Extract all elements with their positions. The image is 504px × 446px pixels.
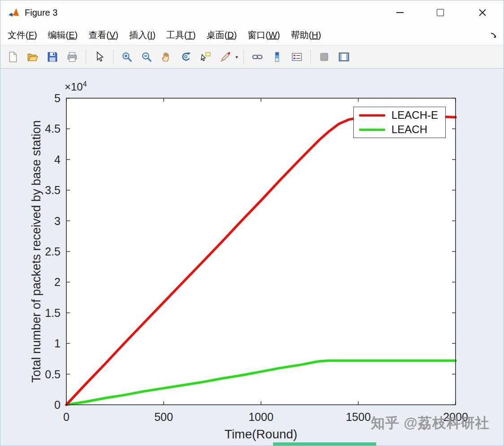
toolbar-separator bbox=[310, 49, 311, 65]
svg-text:2: 2 bbox=[54, 276, 61, 288]
show-plot-tools-icon bbox=[338, 51, 350, 63]
svg-text:3.5: 3.5 bbox=[45, 184, 61, 196]
zoom-out-icon bbox=[141, 51, 152, 63]
legend-label: LEACH bbox=[391, 123, 427, 136]
edit-plot-button[interactable] bbox=[315, 48, 333, 66]
menu-accel-key: V bbox=[109, 30, 115, 40]
zoom-in-button[interactable] bbox=[118, 48, 136, 66]
svg-text:1: 1 bbox=[54, 337, 61, 350]
brush-dropdown-button[interactable]: ▾ bbox=[234, 48, 240, 66]
figure-window: Figure 3 文件(F) 编辑(E) 查看(V) 插入(I) 工具(T) 桌… bbox=[0, 0, 504, 446]
close-icon bbox=[478, 9, 487, 17]
legend-line-sample bbox=[359, 129, 385, 131]
menu-label-post: ) bbox=[115, 30, 118, 40]
pointer-button[interactable] bbox=[91, 48, 109, 66]
toolbar: ▾ bbox=[0, 45, 504, 69]
rotate-3d-button[interactable] bbox=[177, 48, 195, 66]
svg-text:1000: 1000 bbox=[248, 411, 274, 423]
legend-entry: LEACH-E bbox=[354, 108, 445, 122]
save-figure-button[interactable] bbox=[43, 48, 61, 66]
pan-hand-icon bbox=[161, 51, 172, 63]
edit-plot-icon bbox=[318, 51, 330, 63]
menu-accel-key: F bbox=[29, 30, 34, 40]
svg-text:4: 4 bbox=[54, 153, 61, 166]
exponent-base: ×10 bbox=[65, 81, 83, 93]
menu-accel-key: H bbox=[312, 30, 318, 40]
toolbar-separator bbox=[243, 49, 244, 65]
pointer-icon bbox=[94, 51, 105, 63]
data-cursor-icon bbox=[200, 51, 212, 63]
legend-label: LEACH-E bbox=[391, 109, 438, 121]
x-axis-label: Time(Round) bbox=[225, 427, 297, 442]
dock-figure-icon[interactable] bbox=[489, 31, 498, 40]
new-figure-button[interactable] bbox=[4, 48, 22, 66]
svg-text:1500: 1500 bbox=[346, 411, 371, 423]
print-figure-button[interactable] bbox=[63, 48, 81, 66]
menu-item-edit[interactable]: 编辑(E) bbox=[43, 25, 83, 45]
menu-label-pre: 桌面( bbox=[206, 30, 227, 40]
menu-item-file[interactable]: 文件(F) bbox=[2, 25, 43, 45]
menu-accel-key: T bbox=[187, 30, 193, 40]
new-figure-icon bbox=[7, 51, 19, 63]
menu-label-pre: 工具( bbox=[166, 30, 187, 40]
y-axis-exponent-label: ×104 bbox=[65, 80, 87, 93]
pan-button[interactable] bbox=[157, 48, 175, 66]
menu-accel-key: E bbox=[69, 30, 74, 40]
exponent-power: 4 bbox=[83, 80, 87, 88]
svg-text:500: 500 bbox=[154, 411, 173, 423]
legend-line-sample bbox=[359, 114, 385, 117]
toolbar-separator bbox=[113, 49, 113, 65]
menu-label-pre: 编辑( bbox=[48, 30, 69, 40]
menu-accel-key: D bbox=[227, 30, 234, 40]
plot-legend[interactable]: LEACH-E LEACH bbox=[353, 107, 446, 138]
menu-item-desktop[interactable]: 桌面(D) bbox=[201, 25, 242, 45]
open-file-button[interactable] bbox=[24, 48, 42, 66]
svg-text:0.5: 0.5 bbox=[45, 368, 61, 381]
print-figure-icon bbox=[66, 51, 78, 63]
insert-legend-icon bbox=[291, 51, 303, 63]
toolbar-separator bbox=[86, 49, 86, 65]
chevron-down-icon: ▾ bbox=[235, 54, 238, 60]
zoom-in-icon bbox=[121, 51, 133, 63]
close-button[interactable] bbox=[472, 4, 493, 22]
save-figure-icon bbox=[47, 51, 58, 63]
brush-button[interactable] bbox=[217, 48, 235, 66]
data-cursor-button[interactable] bbox=[197, 48, 215, 66]
rotate-3d-icon bbox=[180, 51, 192, 63]
menu-label-post: ) bbox=[75, 30, 78, 40]
bottom-strip bbox=[273, 442, 376, 446]
menu-item-window[interactable]: 窗口(W) bbox=[242, 25, 285, 45]
insert-colorbar-icon bbox=[271, 51, 283, 63]
watermark: 知乎 @荔枝科研社 bbox=[371, 414, 490, 433]
link-plot-icon bbox=[252, 51, 263, 63]
matlab-logo-icon bbox=[8, 7, 20, 19]
legend-entry: LEACH bbox=[354, 122, 445, 137]
maximize-icon bbox=[437, 9, 444, 16]
brush-icon bbox=[220, 51, 231, 63]
zoom-out-button[interactable] bbox=[138, 48, 156, 66]
menu-item-help[interactable]: 帮助(H) bbox=[285, 25, 326, 45]
svg-text:3: 3 bbox=[54, 215, 61, 227]
menu-label-post: ) bbox=[193, 30, 196, 40]
menu-label-post: ) bbox=[318, 30, 322, 40]
menu-item-view[interactable]: 查看(V) bbox=[83, 25, 124, 45]
menu-item-insert[interactable]: 插入(I) bbox=[124, 25, 161, 45]
menu-label-pre: 帮助( bbox=[291, 30, 312, 40]
link-plot-button[interactable] bbox=[248, 48, 266, 66]
menu-item-tools[interactable]: 工具(T) bbox=[161, 25, 201, 45]
svg-text:4.5: 4.5 bbox=[45, 122, 61, 135]
insert-colorbar-button[interactable] bbox=[268, 48, 286, 66]
menu-label-post: ) bbox=[152, 30, 156, 40]
open-file-icon bbox=[27, 51, 39, 63]
maximize-button[interactable] bbox=[430, 4, 451, 22]
window-title: Figure 3 bbox=[25, 8, 57, 18]
y-axis-label: Total number of packets received by base… bbox=[30, 120, 43, 382]
minimize-button[interactable] bbox=[390, 4, 410, 22]
title-bar: Figure 3 bbox=[0, 0, 504, 25]
insert-legend-button[interactable] bbox=[288, 48, 306, 66]
menu-label-pre: 文件( bbox=[8, 30, 29, 40]
menu-label-pre: 窗口( bbox=[248, 30, 269, 40]
menu-label-post: ) bbox=[234, 30, 237, 40]
show-plot-tools-button[interactable] bbox=[335, 48, 353, 66]
menu-label-post: ) bbox=[34, 30, 37, 40]
